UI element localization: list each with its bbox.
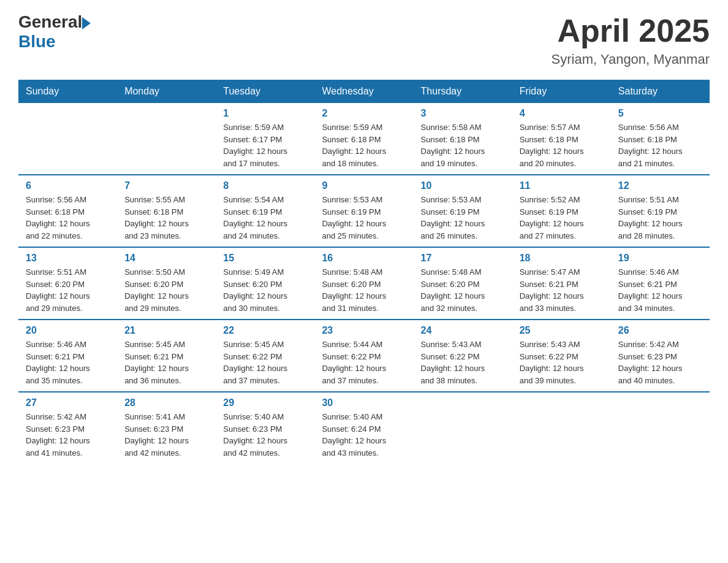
- day-info: Sunrise: 5:48 AM Sunset: 6:20 PM Dayligh…: [322, 266, 406, 314]
- day-number: 28: [124, 397, 208, 408]
- day-number: 22: [223, 325, 307, 336]
- day-number: 20: [26, 325, 110, 336]
- day-info: Sunrise: 5:46 AM Sunset: 6:21 PM Dayligh…: [26, 339, 110, 386]
- week-row-5: 27Sunrise: 5:42 AM Sunset: 6:23 PM Dayli…: [18, 392, 710, 464]
- day-info: Sunrise: 5:56 AM Sunset: 6:18 PM Dayligh…: [618, 121, 702, 169]
- title-section: April 2025 Syriam, Yangon, Myanmar: [552, 12, 710, 67]
- header-wednesday: Wednesday: [314, 80, 413, 103]
- day-cell: 15Sunrise: 5:49 AM Sunset: 6:20 PM Dayli…: [216, 247, 314, 320]
- day-number: 30: [322, 397, 406, 408]
- day-info: Sunrise: 5:40 AM Sunset: 6:24 PM Dayligh…: [322, 411, 406, 459]
- day-info: Sunrise: 5:53 AM Sunset: 6:19 PM Dayligh…: [421, 194, 505, 242]
- day-number: 17: [421, 253, 505, 264]
- day-cell: 1Sunrise: 5:59 AM Sunset: 6:17 PM Daylig…: [216, 103, 314, 175]
- day-info: Sunrise: 5:50 AM Sunset: 6:20 PM Dayligh…: [124, 266, 208, 314]
- day-cell: 12Sunrise: 5:51 AM Sunset: 6:19 PM Dayli…: [611, 175, 710, 247]
- header-thursday: Thursday: [414, 80, 512, 103]
- day-info: Sunrise: 5:42 AM Sunset: 6:23 PM Dayligh…: [618, 339, 702, 386]
- day-info: Sunrise: 5:51 AM Sunset: 6:19 PM Dayligh…: [618, 194, 702, 242]
- day-number: 11: [520, 180, 604, 191]
- day-info: Sunrise: 5:45 AM Sunset: 6:21 PM Dayligh…: [124, 339, 208, 386]
- day-info: Sunrise: 5:51 AM Sunset: 6:20 PM Dayligh…: [26, 266, 110, 314]
- header-saturday: Saturday: [611, 80, 710, 103]
- week-row-3: 13Sunrise: 5:51 AM Sunset: 6:20 PM Dayli…: [18, 247, 710, 320]
- day-info: Sunrise: 5:54 AM Sunset: 6:19 PM Dayligh…: [223, 194, 307, 242]
- day-cell: [18, 103, 117, 175]
- day-info: Sunrise: 5:46 AM Sunset: 6:21 PM Dayligh…: [618, 266, 702, 314]
- header-tuesday: Tuesday: [216, 80, 314, 103]
- day-cell: 8Sunrise: 5:54 AM Sunset: 6:19 PM Daylig…: [216, 175, 314, 247]
- day-cell: 6Sunrise: 5:56 AM Sunset: 6:18 PM Daylig…: [18, 175, 117, 247]
- day-number: 15: [223, 253, 307, 264]
- day-info: Sunrise: 5:56 AM Sunset: 6:18 PM Dayligh…: [26, 194, 110, 242]
- header-row: SundayMondayTuesdayWednesdayThursdayFrid…: [18, 80, 710, 103]
- day-cell: 2Sunrise: 5:59 AM Sunset: 6:18 PM Daylig…: [314, 103, 413, 175]
- day-info: Sunrise: 5:48 AM Sunset: 6:20 PM Dayligh…: [421, 266, 505, 314]
- day-cell: 9Sunrise: 5:53 AM Sunset: 6:19 PM Daylig…: [314, 175, 413, 247]
- day-info: Sunrise: 5:57 AM Sunset: 6:18 PM Dayligh…: [520, 121, 604, 169]
- day-number: 12: [618, 180, 702, 191]
- day-cell: 5Sunrise: 5:56 AM Sunset: 6:18 PM Daylig…: [611, 103, 710, 175]
- day-number: 24: [421, 325, 505, 336]
- day-info: Sunrise: 5:45 AM Sunset: 6:22 PM Dayligh…: [223, 339, 307, 386]
- day-info: Sunrise: 5:47 AM Sunset: 6:21 PM Dayligh…: [520, 266, 604, 314]
- day-number: 10: [421, 180, 505, 191]
- day-info: Sunrise: 5:41 AM Sunset: 6:23 PM Dayligh…: [124, 411, 208, 459]
- day-cell: [117, 103, 216, 175]
- day-cell: 25Sunrise: 5:43 AM Sunset: 6:22 PM Dayli…: [512, 320, 611, 392]
- calendar-title: April 2025: [552, 12, 710, 49]
- logo-blue-text: Blue: [18, 32, 91, 52]
- day-info: Sunrise: 5:59 AM Sunset: 6:17 PM Dayligh…: [223, 121, 307, 169]
- day-number: 27: [26, 397, 110, 408]
- day-cell: 23Sunrise: 5:44 AM Sunset: 6:22 PM Dayli…: [314, 320, 413, 392]
- day-info: Sunrise: 5:52 AM Sunset: 6:19 PM Dayligh…: [520, 194, 604, 242]
- calendar-table: SundayMondayTuesdayWednesdayThursdayFrid…: [18, 80, 710, 464]
- day-cell: 21Sunrise: 5:45 AM Sunset: 6:21 PM Dayli…: [117, 320, 216, 392]
- header-friday: Friday: [512, 80, 611, 103]
- day-number: 6: [26, 180, 110, 191]
- day-cell: 30Sunrise: 5:40 AM Sunset: 6:24 PM Dayli…: [314, 392, 413, 464]
- day-number: 29: [223, 397, 307, 408]
- day-cell: 11Sunrise: 5:52 AM Sunset: 6:19 PM Dayli…: [512, 175, 611, 247]
- day-number: 16: [322, 253, 406, 264]
- day-cell: [414, 392, 512, 464]
- day-number: 23: [322, 325, 406, 336]
- logo-arrow-icon: [82, 17, 91, 29]
- day-info: Sunrise: 5:58 AM Sunset: 6:18 PM Dayligh…: [421, 121, 505, 169]
- day-number: 4: [520, 108, 604, 119]
- day-cell: 3Sunrise: 5:58 AM Sunset: 6:18 PM Daylig…: [414, 103, 512, 175]
- day-number: 19: [618, 253, 702, 264]
- day-cell: 17Sunrise: 5:48 AM Sunset: 6:20 PM Dayli…: [414, 247, 512, 320]
- day-cell: 28Sunrise: 5:41 AM Sunset: 6:23 PM Dayli…: [117, 392, 216, 464]
- day-cell: 20Sunrise: 5:46 AM Sunset: 6:21 PM Dayli…: [18, 320, 117, 392]
- week-row-4: 20Sunrise: 5:46 AM Sunset: 6:21 PM Dayli…: [18, 320, 710, 392]
- day-number: 21: [124, 325, 208, 336]
- day-number: 2: [322, 108, 406, 119]
- calendar-body: 1Sunrise: 5:59 AM Sunset: 6:17 PM Daylig…: [18, 103, 710, 464]
- logo-general-text: General: [18, 12, 82, 32]
- day-number: 3: [421, 108, 505, 119]
- day-info: Sunrise: 5:43 AM Sunset: 6:22 PM Dayligh…: [520, 339, 604, 386]
- day-cell: 16Sunrise: 5:48 AM Sunset: 6:20 PM Dayli…: [314, 247, 413, 320]
- day-cell: 29Sunrise: 5:40 AM Sunset: 6:23 PM Dayli…: [216, 392, 314, 464]
- day-info: Sunrise: 5:49 AM Sunset: 6:20 PM Dayligh…: [223, 266, 307, 314]
- week-row-1: 1Sunrise: 5:59 AM Sunset: 6:17 PM Daylig…: [18, 103, 710, 175]
- day-number: 9: [322, 180, 406, 191]
- calendar-header: SundayMondayTuesdayWednesdayThursdayFrid…: [18, 80, 710, 103]
- day-number: 13: [26, 253, 110, 264]
- day-info: Sunrise: 5:43 AM Sunset: 6:22 PM Dayligh…: [421, 339, 505, 386]
- day-info: Sunrise: 5:55 AM Sunset: 6:18 PM Dayligh…: [124, 194, 208, 242]
- day-number: 1: [223, 108, 307, 119]
- day-cell: [611, 392, 710, 464]
- header-monday: Monday: [117, 80, 216, 103]
- page-header: General Blue April 2025 Syriam, Yangon, …: [18, 12, 710, 67]
- day-cell: 7Sunrise: 5:55 AM Sunset: 6:18 PM Daylig…: [117, 175, 216, 247]
- day-number: 5: [618, 108, 702, 119]
- day-info: Sunrise: 5:53 AM Sunset: 6:19 PM Dayligh…: [322, 194, 406, 242]
- day-cell: 13Sunrise: 5:51 AM Sunset: 6:20 PM Dayli…: [18, 247, 117, 320]
- day-cell: 10Sunrise: 5:53 AM Sunset: 6:19 PM Dayli…: [414, 175, 512, 247]
- day-cell: [512, 392, 611, 464]
- day-info: Sunrise: 5:42 AM Sunset: 6:23 PM Dayligh…: [26, 411, 110, 459]
- calendar-subtitle: Syriam, Yangon, Myanmar: [552, 52, 710, 67]
- day-number: 18: [520, 253, 604, 264]
